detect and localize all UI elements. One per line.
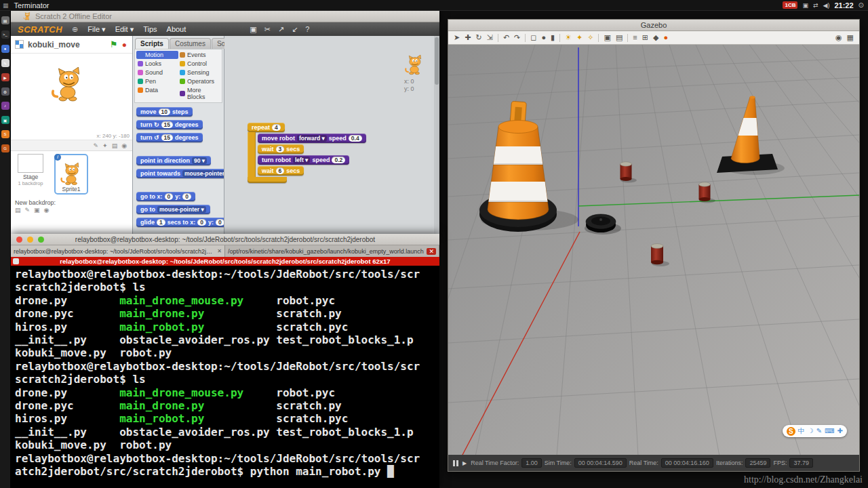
dropdown[interactable]: mouse-pointer ▾	[182, 170, 224, 177]
volume-tray-icon[interactable]: ◀)	[823, 2, 830, 9]
undo-icon[interactable]: ↶	[503, 34, 509, 41]
clock[interactable]: 21:22	[834, 1, 853, 9]
paint-new-sprite-icon[interactable]: ✎	[94, 142, 99, 149]
stop-button[interactable]: ●	[122, 40, 127, 49]
value-oval[interactable]: 4	[272, 124, 281, 131]
repeat-block[interactable]: repeat4	[248, 123, 285, 132]
category-events[interactable]: Events	[178, 51, 220, 59]
turn-cw-block[interactable]: turn ↻15degrees	[136, 120, 203, 129]
gazebo-titlebar[interactable]: Gazebo	[448, 20, 859, 31]
dropdown[interactable]: forward ▾	[297, 135, 327, 142]
wait-secs-block[interactable]: wait6secs	[258, 166, 304, 176]
terminal-window[interactable]: relaybotbox@relaybotbox-desktop: ~/tools…	[11, 234, 439, 488]
language-globe-icon[interactable]: ⊕	[72, 25, 78, 34]
turn-ccw-block[interactable]: turn ↺15degrees	[136, 133, 203, 142]
script-stack[interactable]: repeat4 move robotforward ▾speed0.4wait3…	[248, 120, 366, 183]
gazebo-3d-viewport[interactable]	[448, 45, 859, 456]
point-in-direction-block[interactable]: point in direction90 ▾	[136, 156, 211, 165]
minimize-button[interactable]	[27, 237, 33, 243]
tab-close-icon[interactable]: ✕	[427, 248, 436, 255]
wait-secs-block[interactable]: wait3secs	[258, 144, 304, 154]
category-motion[interactable]: Motion	[136, 51, 178, 59]
category-data[interactable]: Data	[136, 86, 178, 94]
select-tool-icon[interactable]: ➤	[454, 34, 460, 41]
camera-sprite-icon[interactable]: ◉	[121, 142, 127, 149]
dock-gazebo-icon[interactable]: G	[1, 144, 9, 152]
sprite-name-field[interactable]: kobuki_move	[28, 40, 106, 49]
view-angle-icon[interactable]: ◆	[653, 34, 658, 41]
value-oval[interactable]: 15	[161, 121, 173, 128]
tab-costumes[interactable]: Costumes	[170, 38, 211, 49]
cylinder-shape-icon[interactable]: ▮	[551, 34, 555, 41]
sprite-drag-icon[interactable]	[15, 40, 24, 49]
dropdown[interactable]: 90 ▾	[192, 157, 207, 164]
green-flag-button[interactable]: ⚑	[110, 39, 118, 49]
power-icon[interactable]: ⊙	[859, 1, 864, 9]
menu-edit[interactable]: Edit ▾	[115, 25, 134, 34]
pause-button[interactable]	[453, 460, 458, 466]
menu-file[interactable]: File ▾	[87, 25, 105, 34]
snap-icon[interactable]: ⊞	[642, 34, 648, 41]
category-operators[interactable]: Operators	[178, 77, 220, 85]
dock-browser-icon[interactable]: ●	[1, 45, 9, 53]
close-button[interactable]	[16, 237, 22, 243]
sprite-library-icon[interactable]: ✦	[102, 142, 108, 149]
value-oval[interactable]: 1	[157, 219, 165, 226]
move-robot-block[interactable]: move robotforward ▾speed0.4	[258, 134, 366, 143]
recorder-badge[interactable]: 1CB	[783, 1, 797, 9]
stage-cat-sprite[interactable]	[50, 67, 85, 102]
copy-icon[interactable]: ▣	[604, 34, 610, 41]
turn-robot-block[interactable]: turn robotleft ▾speed0.2	[258, 155, 349, 165]
category-sound[interactable]: Sound	[136, 68, 178, 77]
glide-block[interactable]: glide1secs to x:0y:0	[136, 218, 224, 227]
dock-media-icon[interactable]: ▶	[1, 73, 9, 81]
category-pen[interactable]: Pen	[136, 77, 178, 85]
gazebo-window[interactable]: Gazebo ➤✚↻⇲↶↷◻●▮☀✦✧▣▤≡⊞◆● ◉▦	[448, 19, 860, 472]
ime-toolbox-icon[interactable]: ✚	[837, 428, 843, 434]
ime-keyboard-icon[interactable]: ⌨	[825, 428, 834, 434]
go-to-xy-block[interactable]: go to x:0y:0	[136, 192, 195, 201]
menu-about[interactable]: About	[167, 25, 186, 34]
grow-icon[interactable]: ↗	[278, 25, 284, 34]
block-help-icon[interactable]: ?	[305, 25, 309, 34]
paint-backdrop-icon[interactable]: ✎	[25, 207, 31, 214]
move-steps-block[interactable]: move10steps	[136, 107, 193, 117]
screenshot-tray-icon[interactable]: ▣	[802, 2, 808, 9]
paste-icon[interactable]: ▤	[616, 34, 623, 41]
record-video-icon[interactable]: ●	[663, 34, 668, 41]
apps-grid-icon[interactable]: ▦	[3, 2, 9, 9]
box-shape-icon[interactable]: ◻	[530, 34, 536, 41]
maximize-button[interactable]	[38, 237, 44, 243]
dock-music-icon[interactable]: ♪	[1, 102, 9, 110]
category-more-blocks[interactable]: More Blocks	[178, 86, 220, 101]
tab-scripts[interactable]: Scripts	[135, 38, 169, 49]
network-tray-icon[interactable]: ⇄	[813, 2, 818, 9]
value-oval[interactable]: 0	[182, 193, 191, 200]
value-oval[interactable]: 3	[276, 146, 285, 152]
rotate-tool-icon[interactable]: ↻	[475, 34, 481, 41]
delete-icon[interactable]: ✂	[264, 25, 271, 34]
go-to-block[interactable]: go tomouse-pointer ▾	[136, 205, 210, 214]
upload-backdrop-icon[interactable]: ▣	[34, 207, 40, 214]
ime-chinese-icon[interactable]: 中	[798, 428, 805, 434]
directional-light-icon[interactable]: ✧	[587, 34, 593, 41]
dock-images-icon[interactable]: ▣	[1, 116, 9, 124]
sprite1-thumbnail[interactable]: i Sprite1	[54, 154, 88, 195]
redo-icon[interactable]: ↷	[514, 34, 520, 41]
dock-terminal-icon[interactable]: >_	[1, 30, 9, 39]
value-oval[interactable]: 0.2	[332, 157, 345, 163]
value-oval[interactable]: 15	[161, 134, 173, 141]
ime-toolbar[interactable]: S 中☽✎⌨✚	[783, 425, 847, 437]
point-towards-block[interactable]: point towardsmouse-pointer ▾	[136, 169, 224, 178]
tab-close-icon[interactable]: ✕	[217, 248, 222, 254]
stage-thumbnail[interactable]: Stage 1 backdrop	[15, 154, 46, 197]
value-oval[interactable]: 0	[216, 219, 224, 226]
dropdown[interactable]: left ▾	[293, 157, 310, 163]
shrink-icon[interactable]: ↙	[292, 25, 298, 34]
terminal-titlebar[interactable]: relaybotbox@relaybotbox-desktop: ~/tools…	[11, 234, 439, 245]
duplicate-icon[interactable]: ▣	[250, 25, 256, 34]
translate-tool-icon[interactable]: ✚	[465, 34, 471, 41]
terminal-tab-kobuki-launch[interactable]: /opt/ros/kinetic/share/kobuki_gazebo/lau…	[225, 245, 439, 257]
camera-backdrop-icon[interactable]: ◉	[44, 207, 50, 214]
value-oval[interactable]: 6	[276, 167, 285, 174]
